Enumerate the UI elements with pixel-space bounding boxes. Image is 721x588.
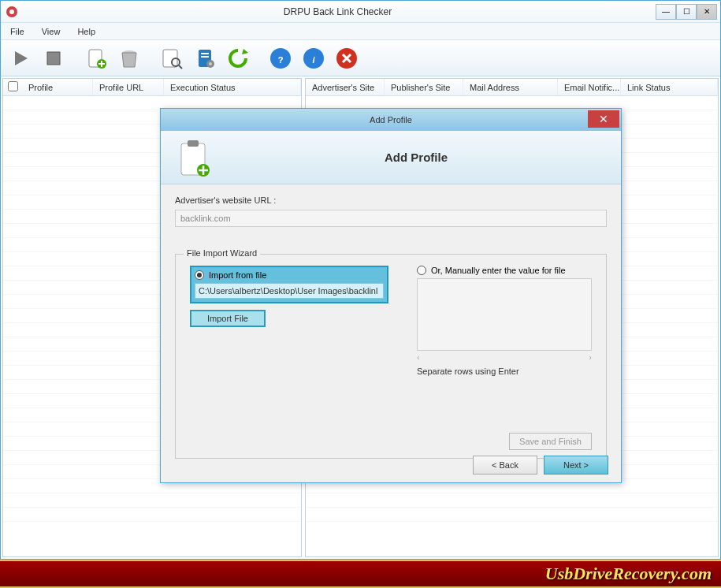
add-profile-button[interactable] — [81, 43, 111, 73]
radio-manual-label: Or, Manually enter the value for file — [431, 266, 566, 275]
col-pub-site[interactable]: Publisher's Site — [385, 79, 463, 95]
dialog-header: Add Profile — [161, 131, 621, 184]
search-button[interactable] — [157, 43, 187, 73]
minimize-button[interactable]: — — [656, 4, 676, 20]
radio-icon — [195, 270, 204, 280]
col-adv-site[interactable]: Advertiser's Site — [306, 79, 385, 95]
separate-note: Separate rows using Enter — [417, 367, 592, 376]
app-icon — [4, 4, 20, 20]
col-exec-status[interactable]: Execution Status — [164, 79, 301, 95]
import-file-button[interactable]: Import File — [190, 310, 266, 327]
select-all-checkbox[interactable] — [3, 81, 22, 93]
dialog-footer: < Back Next > — [473, 456, 608, 474]
settings-button[interactable] — [190, 43, 220, 73]
toolbar: ? i — [1, 40, 720, 76]
titlebar: DRPU Back Link Checker — ☐ ✕ — [1, 1, 720, 23]
right-column-headers: Advertiser's Site Publisher's Site Mail … — [306, 79, 718, 96]
info-button[interactable]: i — [299, 43, 329, 73]
table-row — [306, 493, 718, 508]
dialog-header-title: Add Profile — [227, 151, 605, 164]
menu-help[interactable]: Help — [71, 25, 102, 38]
svg-text:?: ? — [278, 55, 284, 65]
help-button[interactable]: ? — [266, 43, 295, 73]
back-button[interactable]: < Back — [473, 456, 537, 474]
maximize-button[interactable]: ☐ — [676, 4, 697, 20]
save-and-finish-button[interactable]: Save and Finish — [509, 433, 592, 450]
clipboard-icon — [177, 139, 211, 177]
refresh-button[interactable] — [223, 43, 253, 73]
close-button[interactable]: ✕ — [697, 4, 717, 20]
svg-line-9 — [179, 65, 182, 69]
manual-entry-textarea[interactable] — [417, 278, 592, 351]
svg-point-1 — [9, 9, 14, 14]
col-link-status[interactable]: Link Status — [621, 79, 718, 95]
table-row — [3, 493, 301, 508]
play-button[interactable] — [6, 43, 35, 73]
menu-file[interactable]: File — [4, 25, 31, 38]
window-title: DRPU Back Link Checker — [20, 6, 656, 17]
table-row — [306, 508, 718, 522]
radio-manual-entry[interactable]: Or, Manually enter the value for file — [417, 266, 592, 275]
left-column-headers: Profile Profile URL Execution Status — [3, 79, 301, 96]
url-label: Advertiser's website URL : — [175, 195, 607, 205]
brand-footer: UsbDriveRecovery.com — [0, 560, 721, 588]
svg-rect-12 — [201, 56, 209, 58]
svg-rect-11 — [201, 53, 209, 54]
delete-button[interactable] — [114, 43, 144, 73]
fieldset-legend: File Import Wizard — [184, 248, 260, 258]
svg-rect-3 — [47, 52, 60, 65]
radio-icon — [417, 266, 426, 275]
svg-marker-15 — [242, 49, 248, 54]
dialog-titlebar: Add Profile ✕ — [161, 109, 621, 131]
advertiser-url-input[interactable] — [175, 210, 607, 227]
col-profile[interactable]: Profile — [22, 79, 93, 95]
window-controls: — ☐ ✕ — [656, 4, 717, 20]
svg-point-14 — [209, 62, 212, 65]
add-profile-dialog: Add Profile ✕ Add Profile Advertiser's w… — [160, 108, 622, 483]
col-profile-url[interactable]: Profile URL — [93, 79, 164, 95]
exit-button[interactable] — [332, 43, 362, 73]
svg-rect-22 — [188, 140, 199, 147]
dialog-body: Advertiser's website URL : File Import W… — [161, 184, 621, 470]
menu-bar: File View Help — [1, 23, 720, 40]
brand-text: UsbDriveRecovery.com — [545, 564, 712, 584]
file-import-wizard-group: File Import Wizard Import from file Impo… — [175, 254, 607, 459]
radio-import-from-file[interactable]: Import from file — [195, 270, 384, 280]
svg-marker-2 — [15, 51, 28, 65]
radio-import-label: Import from file — [209, 270, 266, 280]
dialog-title: Add Profile — [370, 115, 412, 125]
col-mail[interactable]: Mail Address — [463, 79, 558, 95]
next-button[interactable]: Next > — [544, 456, 608, 474]
stop-button[interactable] — [39, 43, 69, 73]
col-email-notif[interactable]: Email Notific... — [558, 79, 621, 95]
scroll-hints: ‹› — [417, 352, 592, 362]
table-row — [3, 508, 301, 522]
file-path-input[interactable] — [195, 283, 384, 299]
menu-view[interactable]: View — [35, 25, 67, 38]
dialog-close-button[interactable]: ✕ — [588, 110, 619, 128]
import-from-file-section: Import from file — [190, 266, 388, 303]
